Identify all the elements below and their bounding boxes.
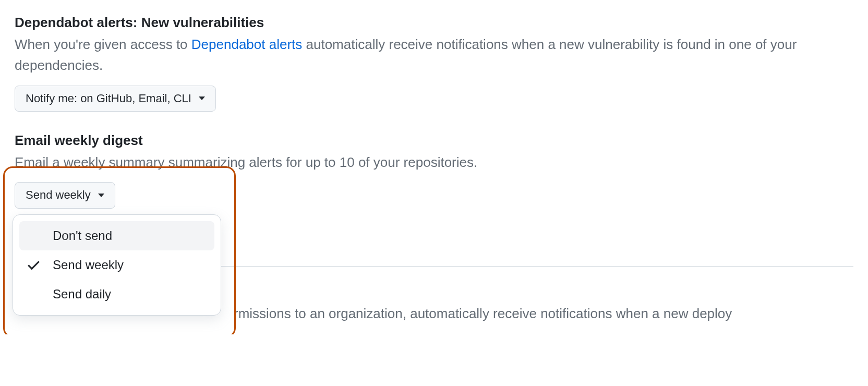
email-weekly-digest-section: Email weekly digest Email a weekly summa… xyxy=(15,132,853,209)
digest-option-label: Don't send xyxy=(53,228,112,243)
send-weekly-label: Send weekly xyxy=(26,188,91,203)
digest-option-dont-send[interactable]: Don't send xyxy=(19,221,214,250)
notify-me-label: Notify me: on GitHub, Email, CLI xyxy=(26,91,191,106)
notify-me-dropdown-button[interactable]: Notify me: on GitHub, Email, CLI xyxy=(15,86,216,112)
digest-option-send-weekly[interactable]: Send weekly xyxy=(19,250,214,280)
dependabot-heading: Dependabot alerts: New vulnerabilities xyxy=(15,15,853,31)
digest-dropdown-menu: Don't send Send weekly Send daily xyxy=(13,214,221,316)
digest-option-send-daily[interactable]: Send daily xyxy=(19,280,214,309)
digest-description: Email a weekly summary summarizing alert… xyxy=(15,152,853,173)
dependabot-alerts-link[interactable]: Dependabot alerts xyxy=(191,37,302,52)
digest-heading: Email weekly digest xyxy=(15,132,853,149)
digest-dropdown-wrap: Send weekly Don't send Send weekly Send … xyxy=(15,182,115,209)
dependabot-alerts-section: Dependabot alerts: New vulnerabilities W… xyxy=(15,15,853,112)
bottom-peek: On xyxy=(15,324,853,334)
send-weekly-dropdown-button[interactable]: Send weekly xyxy=(15,182,115,209)
dependabot-description: When you're given access to Dependabot a… xyxy=(15,34,853,76)
digest-option-label: Send weekly xyxy=(53,258,124,272)
dependabot-desc-prefix: When you're given access to xyxy=(15,37,191,52)
caret-down-icon xyxy=(98,194,104,197)
caret-down-icon xyxy=(199,96,205,100)
digest-option-label: Send daily xyxy=(53,287,111,301)
